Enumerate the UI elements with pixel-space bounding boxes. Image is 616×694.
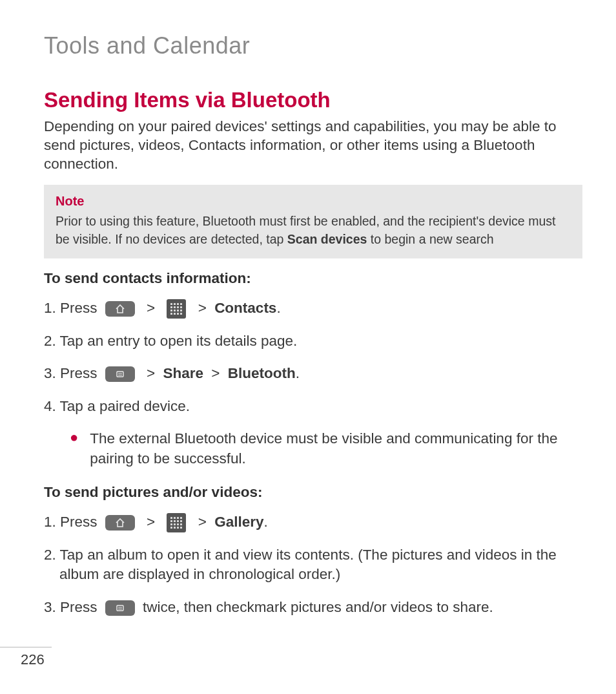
step-share: Share [163,365,203,381]
step-target: Contacts [214,300,276,316]
note-bold: Scan devices [287,232,367,246]
bullet-text: The external Bluetooth device must be vi… [90,429,582,468]
note-label: Note [56,194,571,209]
step-target: Gallery [214,514,263,530]
breadcrumb-separator: > [207,365,223,381]
home-key-icon [105,515,135,531]
menu-key-icon [105,366,135,382]
step-suffix: . [276,300,280,316]
step-text: 1. Press [44,514,101,530]
step-suffix: . [296,365,300,381]
apps-grid-icon [167,513,186,532]
section-title: Sending Items via Bluetooth [44,88,582,112]
step-text: 1. Press [44,300,101,316]
note-box: Note Prior to using this feature, Blueto… [44,185,582,258]
contacts-step-1: 1. Press > > Contacts. [44,299,582,319]
contacts-bullet: ● The external Bluetooth device must be … [70,429,582,468]
note-text: Prior to using this feature, Bluetooth m… [56,213,571,248]
breadcrumb-separator: > [143,300,159,316]
svg-rect-3 [117,605,123,611]
menu-key-icon [105,600,135,616]
step-text: 3. Press [44,599,101,615]
breadcrumb-separator: > [194,300,210,316]
bullet-icon: ● [70,429,78,446]
step-suffix: . [263,514,267,530]
step-text: 3. Press [44,365,101,381]
contacts-step-4: 4. Tap a paired device. [44,397,582,416]
pictures-step-1: 1. Press > > Gallery. [44,512,582,532]
note-text-after: to begin a new search [367,232,493,246]
chapter-title: Tools and Calendar [44,32,582,59]
intro-paragraph: Depending on your paired devices' settin… [44,118,582,173]
contacts-heading: To send contacts information: [44,270,582,287]
apps-grid-icon [167,299,186,319]
step-bluetooth: Bluetooth [228,365,296,381]
svg-rect-0 [117,372,123,377]
step-suffix: twice, then checkmark pictures and/or vi… [143,599,493,615]
pictures-step-3: 3. Press twice, then checkmark pictures … [44,598,582,617]
home-key-icon [105,301,135,317]
breadcrumb-separator: > [143,365,159,381]
pictures-step-2: 2. Tap an album to open it and view its … [44,545,582,585]
pictures-heading: To send pictures and/or videos: [44,484,582,501]
page-rule [0,647,52,647]
contacts-step-2: 2. Tap an entry to open its details page… [44,331,582,351]
breadcrumb-separator: > [194,514,210,530]
page-content: Tools and Calendar Sending Items via Blu… [0,0,616,617]
breadcrumb-separator: > [143,514,159,530]
page-number: 226 [21,651,45,668]
contacts-step-3: 3. Press > Share > Bluetooth. [44,364,582,383]
